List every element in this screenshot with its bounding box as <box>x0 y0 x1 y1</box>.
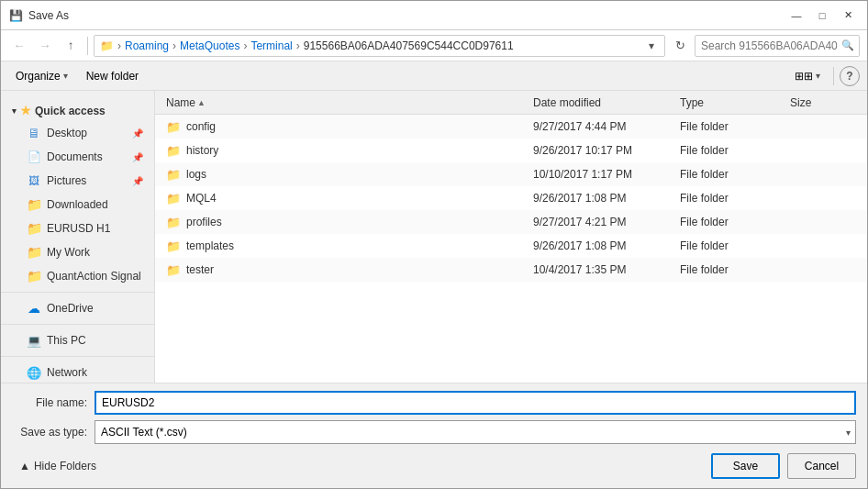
organize-dropdown-icon: ▾ <box>63 71 68 81</box>
window-title: Save As <box>28 9 785 22</box>
folder-icon: 📁 <box>166 144 181 158</box>
bottom-bar: File name: Save as type: ASCII Text (*.c… <box>1 383 867 488</box>
header-size[interactable]: Size <box>786 96 860 109</box>
views-icon: ⊞⊞ <box>795 70 813 83</box>
sidebar-item-label-onedrive: OneDrive <box>47 302 94 315</box>
quick-access-label: Quick access <box>35 105 106 117</box>
breadcrumb: 📁 › Roaming › MetaQuotes › Terminal › 91… <box>94 35 665 57</box>
sidebar-item-pictures[interactable]: 🖼 Pictures 📌 <box>1 169 154 193</box>
cell-type: File folder <box>676 216 786 228</box>
refresh-button[interactable]: ↻ <box>669 35 691 57</box>
folder-icon: 📁 <box>166 168 181 182</box>
sidebar-item-label-pictures: Pictures <box>47 174 86 187</box>
sidebar-item-downloaded[interactable]: 📁 Downloaded <box>1 193 154 217</box>
breadcrumb-roaming[interactable]: Roaming <box>125 39 169 52</box>
filetype-label: Save as type: <box>12 426 95 439</box>
main-content: ▾ ★ Quick access 🖥 Desktop 📌 📄 Documents… <box>1 91 867 383</box>
cell-type: File folder <box>676 239 786 252</box>
maximize-button[interactable]: □ <box>810 6 834 25</box>
table-row[interactable]: 📁 logs 10/10/2017 1:17 PM File folder <box>155 162 867 186</box>
new-folder-button[interactable]: New folder <box>79 65 146 87</box>
file-list-header: Name ▲ Date modified Type Size <box>155 91 867 115</box>
cell-date: 9/26/2017 10:17 PM <box>529 144 676 157</box>
sidebar-item-mywork[interactable]: 📁 My Work <box>1 240 154 264</box>
sidebar-item-label-mywork: My Work <box>47 246 90 259</box>
network-icon: 🌐 <box>27 365 41 380</box>
table-row[interactable]: 📁 profiles 9/27/2017 4:21 PM File folder <box>155 210 867 234</box>
sidebar-item-eurusd[interactable]: 📁 EURUSD H1 <box>1 217 154 240</box>
mywork-folder-icon: 📁 <box>27 245 41 260</box>
folder-icon: 📁 <box>166 263 181 277</box>
sidebar-item-desktop[interactable]: 🖥 Desktop 📌 <box>1 121 154 145</box>
onedrive-icon: ☁ <box>27 301 41 316</box>
sidebar-item-documents[interactable]: 📄 Documents 📌 <box>1 145 154 169</box>
cell-type: File folder <box>676 192 786 205</box>
table-row[interactable]: 📁 tester 10/4/2017 1:35 PM File folder <box>155 258 867 282</box>
cell-date: 10/10/2017 1:17 PM <box>529 168 676 181</box>
cell-name: 📁 config <box>162 120 529 134</box>
chevron-down-icon: ▾ <box>12 106 17 116</box>
close-button[interactable]: ✕ <box>836 6 860 25</box>
header-date[interactable]: Date modified <box>529 96 676 109</box>
filetype-wrapper: ASCII Text (*.csv) CSV (Comma delimited)… <box>95 420 856 444</box>
forward-button[interactable]: → <box>34 35 56 57</box>
table-row[interactable]: 📁 config 9/27/2017 4:44 PM File folder <box>155 115 867 139</box>
sidebar-item-label-quantaction: QuantAction Signal <box>47 270 141 283</box>
breadcrumb-metaquotes[interactable]: MetaQuotes <box>180 39 239 52</box>
sidebar-section-quick-access[interactable]: ▾ ★ Quick access <box>1 98 154 121</box>
pin-icon-pictures: 📌 <box>132 176 143 186</box>
table-row[interactable]: 📁 history 9/26/2017 10:17 PM File folder <box>155 139 867 162</box>
help-button[interactable]: ? <box>840 66 860 86</box>
sidebar-item-network[interactable]: 🌐 Network <box>1 361 154 383</box>
cell-name: 📁 MQL4 <box>162 192 529 206</box>
back-button[interactable]: ← <box>8 35 30 57</box>
sidebar-item-label-downloaded: Downloaded <box>47 198 108 211</box>
breadcrumb-current: 915566BA06ADA407569C544CC0D97611 <box>304 39 514 52</box>
breadcrumb-terminal[interactable]: Terminal <box>250 39 292 52</box>
eurusd-folder-icon: 📁 <box>27 221 41 236</box>
cell-name: 📁 history <box>162 144 529 158</box>
sidebar-item-label-documents: Documents <box>47 150 103 163</box>
sort-arrow-up: ▲ <box>197 98 206 107</box>
filename-row: File name: <box>12 391 856 415</box>
folder-icon: 📁 <box>166 192 181 206</box>
up-button[interactable]: ↑ <box>60 35 82 57</box>
filetype-select[interactable]: ASCII Text (*.csv) CSV (Comma delimited)… <box>95 420 856 444</box>
cancel-button[interactable]: Cancel <box>787 453 856 479</box>
cell-name: 📁 templates <box>162 239 529 253</box>
sidebar-item-label-desktop: Desktop <box>47 127 87 139</box>
table-row[interactable]: 📁 MQL4 9/26/2017 1:08 PM File folder <box>155 186 867 210</box>
table-row[interactable]: 📁 templates 9/26/2017 1:08 PM File folde… <box>155 234 867 258</box>
chevron-up-icon: ▲ <box>19 460 30 472</box>
search-input[interactable] <box>695 35 860 57</box>
breadcrumb-dropdown-button[interactable]: ▾ <box>644 39 659 53</box>
views-button[interactable]: ⊞⊞ ▾ <box>787 65 828 87</box>
cell-date: 9/27/2017 4:21 PM <box>529 216 676 228</box>
pin-icon-desktop: 📌 <box>132 128 143 139</box>
sidebar-item-quantaction[interactable]: 📁 QuantAction Signal <box>1 264 154 288</box>
organize-button[interactable]: Organize ▾ <box>8 65 75 87</box>
documents-icon: 📄 <box>27 150 41 164</box>
sidebar-item-label-network: Network <box>47 366 87 379</box>
cell-date: 10/4/2017 1:35 PM <box>529 263 676 276</box>
save-button[interactable]: Save <box>711 453 780 479</box>
filename-input[interactable] <box>95 391 856 415</box>
minimize-button[interactable]: — <box>785 6 808 25</box>
window-icon: 💾 <box>8 8 23 23</box>
pictures-icon: 🖼 <box>27 173 41 188</box>
downloaded-folder-icon: 📁 <box>27 197 41 212</box>
sidebar-divider-3 <box>1 356 154 357</box>
folder-icon: 📁 <box>166 216 181 229</box>
header-type[interactable]: Type <box>676 96 786 109</box>
cell-date: 9/26/2017 1:08 PM <box>529 239 676 252</box>
desktop-icon: 🖥 <box>27 126 41 140</box>
toolbar: Organize ▾ New folder ⊞⊞ ▾ ? <box>1 61 867 91</box>
sidebar-divider-1 <box>1 292 154 293</box>
sidebar-item-thispc[interactable]: 💻 This PC <box>1 328 154 352</box>
hide-folders-button[interactable]: ▲ Hide Folders <box>12 453 104 479</box>
filetype-row: Save as type: ASCII Text (*.csv) CSV (Co… <box>12 420 856 444</box>
header-name[interactable]: Name ▲ <box>162 96 529 109</box>
sidebar-item-onedrive[interactable]: ☁ OneDrive <box>1 296 154 320</box>
breadcrumb-folder-icon: 📁 <box>100 39 114 52</box>
sidebar: ▾ ★ Quick access 🖥 Desktop 📌 📄 Documents… <box>1 91 155 383</box>
